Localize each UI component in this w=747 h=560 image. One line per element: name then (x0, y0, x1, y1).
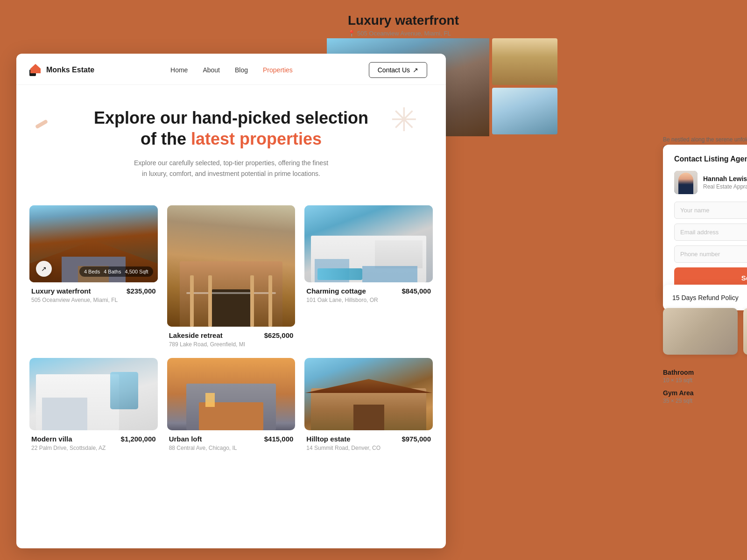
property-thumb-1 (492, 38, 557, 85)
contact-agent-panel: Contact Listing Agent Hannah Lewis Real … (663, 145, 747, 300)
property-card-charming[interactable]: Charming cottage $845,000 101 Oak Lane, … (304, 205, 433, 350)
property-image-luxury-waterfront: ↗ 4 Beds 4 Baths 4,500 Sqft (29, 205, 158, 282)
property-name-lakeside: Lakeside retreat (169, 331, 223, 339)
property-price-modern: $1,200,000 (121, 435, 156, 443)
room-thumbnail-row (663, 308, 747, 355)
hero-section: ✳ Explore our hand-picked selection of t… (16, 85, 446, 196)
property-name-modern: Modern villa (31, 435, 72, 443)
property-grid-row2: Modern villa $1,200,000 22 Palm Drive, S… (16, 350, 446, 454)
email-input[interactable] (674, 224, 747, 241)
property-info-modern: Modern villa $1,200,000 22 Palm Drive, S… (29, 430, 158, 454)
gym-title: Gym Area (663, 389, 694, 397)
property-image-charming (304, 205, 433, 282)
room-thumb-1 (663, 308, 738, 355)
property-addr-hilltop: 14 Summit Road, Denver, CO (306, 445, 431, 451)
room-thumb-2 (743, 308, 747, 355)
logo-icon (29, 64, 42, 76)
nav-home[interactable]: Home (170, 66, 188, 74)
agent-name: Hannah Lewis (703, 175, 747, 182)
property-name-urban: Urban loft (169, 435, 202, 443)
property-image-hilltop (304, 358, 433, 430)
property-info-hilltop: Hilltop estate $975,000 14 Summit Road, … (304, 430, 433, 454)
property-info-charming: Charming cottage $845,000 101 Oak Lane, … (304, 282, 433, 306)
bathroom-title: Bathroom (663, 369, 694, 376)
property-addr-urban: 88 Central Ave, Chicago, IL (169, 445, 294, 451)
nav-blog[interactable]: Blog (235, 66, 248, 74)
agent-role: Real Estate Appraiser (703, 183, 747, 190)
main-card: Monks Estate Home About Blog Properties … (16, 54, 446, 548)
property-name-charming: Charming cottage (306, 287, 366, 295)
property-card-luxury-waterfront[interactable]: ↗ 4 Beds 4 Baths 4,500 Sqft Luxury water… (29, 205, 158, 350)
property-price-urban: $415,000 (264, 435, 294, 443)
property-detail-title: Luxury waterfront (348, 13, 459, 28)
refund-policy-row: 15 Days Refund Policy + (663, 285, 747, 310)
contact-agent-title: Contact Listing Agent (674, 155, 747, 163)
property-specs-badge: 4 Beds 4 Baths 4,500 Sqft (79, 266, 153, 277)
logo: Monks Estate (29, 64, 94, 76)
location-icon: 📍 (348, 30, 355, 37)
phone-input[interactable] (674, 245, 747, 263)
property-addr-modern: 22 Palm Drive, Scottsdale, AZ (31, 445, 156, 451)
hero-title: Explore our hand-picked selection of the… (91, 107, 371, 149)
property-card-modern[interactable]: Modern villa $1,200,000 22 Palm Drive, S… (29, 358, 158, 454)
property-image-modern (29, 358, 158, 430)
property-image-urban (167, 358, 296, 430)
property-info-luxury: Luxury waterfront $235,000 505 Oceanview… (29, 282, 158, 306)
refund-label: 15 Days Refund Policy (672, 294, 739, 301)
name-input[interactable] (674, 202, 747, 219)
gym-size: 35 × 25 sqft (663, 398, 694, 404)
contact-us-button[interactable]: Contact Us ↗ (369, 62, 427, 78)
nav-header: Monks Estate Home About Blog Properties … (16, 54, 446, 85)
nav-links: Home About Blog Properties (170, 66, 293, 74)
property-name-hilltop: Hilltop estate (306, 435, 350, 443)
property-card-hilltop[interactable]: Hilltop estate $975,000 14 Summit Road, … (304, 358, 433, 454)
property-thumb-2 (492, 88, 557, 134)
nav-properties[interactable]: Properties (263, 66, 293, 74)
bathroom-size: 10 × 15 sqft (663, 377, 694, 384)
property-info-urban: Urban loft $415,000 88 Central Ave, Chic… (167, 430, 296, 454)
room-details: Bathroom 10 × 15 sqft Gym Area 35 × 25 s… (663, 369, 694, 410)
contact-arrow-icon: ↗ (413, 66, 418, 74)
property-addr-lakeside: 789 Lake Road, Greenfield, MI (169, 341, 294, 348)
property-addr-charming: 101 Oak Lane, Hillsboro, OR (306, 297, 431, 303)
agent-avatar (674, 171, 698, 194)
property-grid-row1: ↗ 4 Beds 4 Baths 4,500 Sqft Luxury water… (16, 196, 446, 350)
nav-about[interactable]: About (203, 66, 220, 74)
property-price-luxury: $235,000 (127, 287, 156, 295)
property-price-lakeside: $625,000 (264, 331, 294, 339)
property-card-lakeside[interactable]: Lakeside retreat $625,000 789 Lake Road,… (167, 205, 296, 350)
property-link-arrow[interactable]: ↗ (36, 261, 52, 277)
property-addr-luxury: 505 Oceanview Avenue, Miami, FL (31, 297, 156, 303)
property-card-urban[interactable]: Urban loft $415,000 88 Central Ave, Chic… (167, 358, 296, 454)
property-price-charming: $845,000 (402, 287, 431, 295)
property-name-luxury: Luxury waterfront (31, 287, 91, 295)
property-price-hilltop: $975,000 (402, 435, 431, 443)
property-detail-address: 📍 505 Oceanview Avenue, Miami, FL (348, 30, 459, 37)
brand-name: Monks Estate (46, 66, 94, 74)
decorative-asterisk: ✳ (390, 104, 418, 136)
hero-subtitle: Explore our carefully selected, top-tier… (133, 158, 329, 179)
agent-info: Hannah Lewis Real Estate Appraiser (674, 171, 747, 194)
decorative-dash (35, 119, 48, 129)
property-info-lakeside: Lakeside retreat $625,000 789 Lake Road,… (167, 327, 296, 350)
property-image-lakeside (167, 205, 296, 327)
property-thumbnail-col (492, 38, 557, 136)
